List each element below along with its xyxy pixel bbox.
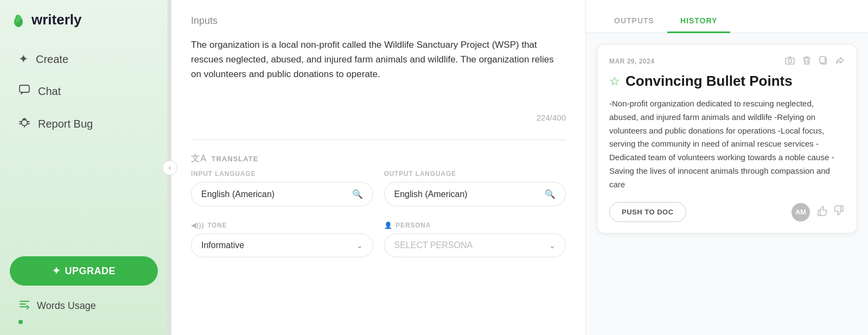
card-top-row: MAR 29, 2024 <box>609 55 845 67</box>
svg-point-6 <box>788 60 792 63</box>
push-to-doc-button[interactable]: PUSH TO DOC <box>609 202 686 222</box>
create-label: Create <box>36 53 68 66</box>
output-lang-search-icon: 🔍 <box>545 189 556 199</box>
tone-icon: ◀))) <box>191 222 204 229</box>
card-date: MAR 29, 2024 <box>609 58 654 65</box>
textarea-divider <box>191 140 566 140</box>
tab-outputs-label: OUTPUTS <box>614 16 654 25</box>
bug-icon <box>18 116 30 131</box>
tone-value: Informative <box>201 241 244 250</box>
card-star-icon[interactable]: ☆ <box>609 74 620 89</box>
progress-indicator <box>18 320 23 324</box>
output-language-label: OUTPUT LANGUAGE <box>384 170 566 178</box>
card-footer: PUSH TO DOC AM <box>609 202 845 222</box>
content-textarea[interactable]: The organization is a local non-profit c… <box>191 37 566 124</box>
tone-chevron-icon: ⌄ <box>356 241 363 250</box>
upgrade-label: UPGRADE <box>65 266 116 277</box>
output-language-value: English (American) <box>394 189 468 199</box>
sidebar-item-create[interactable]: ✦ Create <box>10 45 158 74</box>
tone-label: ◀))) TONE <box>191 222 373 229</box>
push-to-doc-label: PUSH TO DOC <box>622 208 674 216</box>
history-content: MAR 29, 2024 ☆ <box>586 33 868 335</box>
input-lang-search-icon: 🔍 <box>352 189 363 199</box>
upgrade-button[interactable]: ✦ UPGRADE <box>10 256 158 286</box>
input-language-group: INPUT LANGUAGE English (American) 🔍 <box>191 170 373 206</box>
inputs-title: Inputs <box>191 15 566 27</box>
output-language-select[interactable]: English (American) 🔍 <box>384 182 566 206</box>
sidebar-divider: ‹ <box>168 0 171 335</box>
sidebar-item-chat[interactable]: Chat <box>10 76 158 106</box>
card-body: -Non-profit organization dedicated to re… <box>609 97 845 191</box>
card-camera-icon[interactable] <box>785 56 795 67</box>
avatar: AM <box>792 203 810 222</box>
card-share-icon[interactable] <box>835 56 845 67</box>
persona-select[interactable]: SELECT PERSONA ⌄ <box>384 233 566 257</box>
tab-history-label: HISTORY <box>680 16 717 25</box>
input-language-label: INPUT LANGUAGE <box>191 170 373 178</box>
thumbs-down-icon[interactable] <box>834 205 845 219</box>
card-trash-icon[interactable] <box>802 55 811 67</box>
char-count: 224/400 <box>537 113 566 122</box>
output-language-group: OUTPUT LANGUAGE English (American) 🔍 <box>384 170 566 206</box>
tone-select[interactable]: Informative ⌄ <box>191 233 373 257</box>
collapse-button[interactable]: ‹ <box>162 160 177 175</box>
tabs-header: OUTPUTS HISTORY <box>586 0 868 33</box>
sidebar-item-report-bug[interactable]: Report Bug <box>10 109 158 139</box>
persona-group: 👤 PERSONA SELECT PERSONA ⌄ <box>384 222 566 257</box>
tone-group: ◀))) TONE Informative ⌄ <box>191 222 373 257</box>
translate-label: TRANSLATE <box>212 155 259 163</box>
translate-section-header: 文A TRANSLATE <box>191 153 566 165</box>
card-footer-right: AM <box>792 203 845 222</box>
tab-history[interactable]: HISTORY <box>667 10 730 33</box>
textarea-wrapper: The organization is a local non-profit c… <box>191 37 566 127</box>
tab-outputs[interactable]: OUTPUTS <box>601 10 667 33</box>
upgrade-icon: ✦ <box>52 265 61 277</box>
persona-placeholder: SELECT PERSONA <box>394 241 473 250</box>
thumbs-up-icon[interactable] <box>816 205 827 219</box>
words-usage-label: Words Usage <box>37 300 96 312</box>
report-bug-label: Report Bug <box>38 118 93 130</box>
create-icon: ✦ <box>18 52 28 66</box>
words-usage[interactable]: Words Usage <box>10 294 158 318</box>
language-row: INPUT LANGUAGE English (American) 🔍 OUTP… <box>191 170 566 206</box>
history-card: MAR 29, 2024 ☆ <box>597 44 857 233</box>
card-title: Convincing Bullet Points <box>626 73 793 90</box>
persona-label: 👤 PERSONA <box>384 222 566 229</box>
input-language-value: English (American) <box>201 189 275 199</box>
svg-rect-5 <box>786 58 794 64</box>
words-usage-icon <box>18 299 30 313</box>
persona-chevron-icon: ⌄ <box>549 241 556 250</box>
svg-point-4 <box>22 120 28 126</box>
sidebar: writerly ✦ Create Chat <box>0 0 168 335</box>
svg-rect-3 <box>20 85 29 92</box>
nav-list: ✦ Create Chat Report <box>10 45 158 252</box>
main-panel: Inputs The organization is a local non-p… <box>171 0 586 335</box>
chat-icon <box>18 84 30 99</box>
card-actions <box>785 55 845 67</box>
input-language-select[interactable]: English (American) 🔍 <box>191 182 373 206</box>
app-name: writerly <box>31 11 82 28</box>
logo: writerly <box>10 11 158 28</box>
card-title-row: ☆ Convincing Bullet Points <box>609 73 845 90</box>
translate-icon: 文A <box>191 153 207 165</box>
right-panel: OUTPUTS HISTORY MAR 29, 2024 <box>586 0 868 335</box>
chat-label: Chat <box>38 85 61 98</box>
svg-rect-8 <box>820 56 825 63</box>
collapse-icon: ‹ <box>169 163 171 172</box>
tone-persona-row: ◀))) TONE Informative ⌄ 👤 PERSONA SELECT… <box>191 222 566 257</box>
persona-icon: 👤 <box>384 222 393 229</box>
card-copy-icon[interactable] <box>819 55 827 67</box>
logo-icon <box>10 11 27 28</box>
